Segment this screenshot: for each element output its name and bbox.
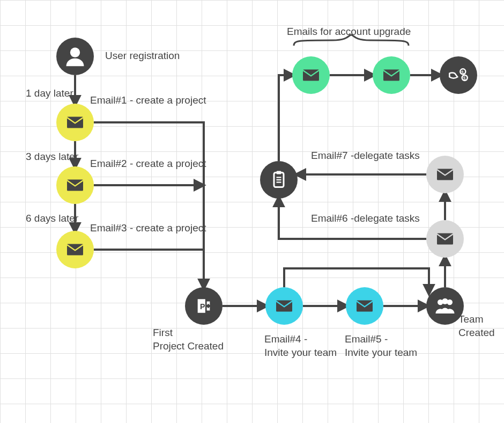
svg-rect-16 xyxy=(67,117,83,128)
diagram-canvas: P xyxy=(0,0,504,423)
user-node xyxy=(56,38,94,75)
email4-sub-label: Invite your team xyxy=(264,346,337,360)
svg-rect-26 xyxy=(437,234,453,245)
svg-rect-21 xyxy=(276,301,292,312)
email2-label: Email#2 - create a project xyxy=(90,157,206,171)
email6-label: Email#6 -delegate tasks xyxy=(311,212,420,225)
envelope-icon xyxy=(435,229,455,249)
svg-text:$: $ xyxy=(461,70,464,75)
svg-rect-27 xyxy=(437,169,453,180)
delay2-label: 3 days later xyxy=(26,150,78,164)
svg-rect-33 xyxy=(303,70,319,81)
money-icon: $ $ xyxy=(448,64,469,86)
email4-node xyxy=(265,287,303,325)
email5-node xyxy=(346,287,383,325)
upgrade-email2-node xyxy=(373,56,410,94)
email3-node xyxy=(56,231,94,268)
project-node: P xyxy=(185,287,223,325)
svg-rect-34 xyxy=(383,70,399,81)
svg-text:$: $ xyxy=(463,76,466,81)
envelope-icon xyxy=(65,240,85,259)
email7-label: Email#7 -delegate tasks xyxy=(311,149,420,163)
team-icon xyxy=(434,295,456,317)
svg-rect-18 xyxy=(67,244,83,256)
envelope-icon xyxy=(355,296,374,316)
envelope-icon xyxy=(435,165,455,184)
email3-label: Email#3 - create a project xyxy=(90,222,206,235)
email6-node xyxy=(426,220,464,258)
user-icon xyxy=(63,45,87,68)
svg-rect-29 xyxy=(277,171,281,174)
svg-point-25 xyxy=(447,300,453,305)
envelope-icon xyxy=(65,113,85,132)
delay3-label: 6 days later xyxy=(26,212,78,225)
delay1-label: 1 day later xyxy=(26,87,73,100)
email7-node xyxy=(426,156,464,193)
envelope-icon xyxy=(275,296,294,316)
svg-text:P: P xyxy=(200,302,205,311)
email4-title-label: Email#4 - xyxy=(264,333,307,346)
email2-node xyxy=(56,166,94,204)
svg-rect-17 xyxy=(67,180,83,191)
email5-sub-label: Invite your team xyxy=(345,346,417,360)
brace-label: Emails for account upgrade xyxy=(287,25,411,39)
email1-node xyxy=(56,104,94,141)
first-project-label: First Project Created xyxy=(153,326,224,353)
email1-label: Email#1 - create a project xyxy=(90,94,206,107)
money-node: $ $ xyxy=(440,56,477,94)
clipboard-node xyxy=(260,161,298,199)
upgrade-email1-node xyxy=(292,56,330,94)
envelope-icon xyxy=(301,65,321,85)
project-icon: P xyxy=(195,297,213,315)
svg-rect-22 xyxy=(357,301,373,312)
email5-title-label: Email#5 - xyxy=(345,333,388,346)
envelope-icon xyxy=(382,65,401,85)
user-registration-label: User registration xyxy=(105,49,180,63)
clipboard-icon xyxy=(269,170,288,189)
team-created-label: Team Created xyxy=(458,313,495,339)
svg-point-15 xyxy=(70,48,80,57)
envelope-icon xyxy=(65,176,85,195)
